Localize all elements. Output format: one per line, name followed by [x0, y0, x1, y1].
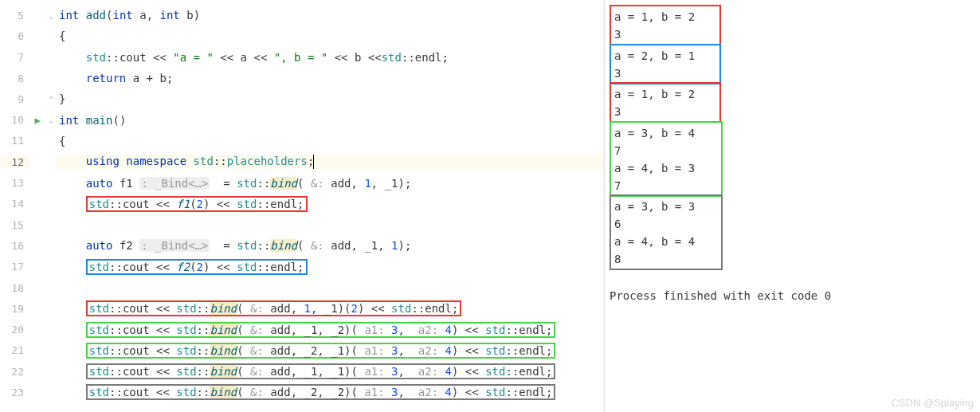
code-line[interactable]: 12 using namespace std::placeholders;	[0, 151, 603, 172]
output-pane: a = 1, b = 2 3a = 2, b = 1 3a = 1, b = 2…	[606, 0, 980, 412]
line-number[interactable]: 6	[0, 30, 29, 42]
code-text[interactable]: auto f1 : _Bind<…> = std::bind( &: add, …	[56, 177, 603, 190]
output-group: a = 2, b = 1 3	[610, 44, 721, 84]
code-line[interactable]: 16 auto f2 : _Bind<…> = std::bind( &: ad…	[0, 235, 603, 256]
code-editor[interactable]: 5⌄int add(int a, int b)6{7 std::cout << …	[0, 0, 603, 412]
line-number[interactable]: 12	[0, 156, 29, 168]
code-text[interactable]: std::cout << f1(2) << std::endl;	[56, 196, 603, 212]
output-group: a = 3, b = 3 6 a = 4, b = 4 8	[610, 194, 723, 270]
line-number[interactable]: 17	[0, 261, 29, 273]
line-number[interactable]: 7	[0, 51, 29, 63]
output-group: a = 1, b = 2 3	[610, 5, 721, 45]
line-number[interactable]: 9	[0, 93, 29, 105]
run-icon[interactable]: ▶	[34, 115, 40, 126]
code-line[interactable]: 18	[0, 277, 603, 298]
code-text[interactable]: using namespace std::placeholders;	[56, 155, 603, 169]
line-number[interactable]: 19	[0, 303, 29, 315]
code-line[interactable]: 6{	[0, 26, 603, 46]
code-text[interactable]: int add(int a, int b)	[56, 9, 603, 22]
line-number[interactable]: 15	[0, 219, 29, 231]
code-line[interactable]: 17 std::cout << f2(2) << std::endl;	[0, 257, 603, 277]
fold-icon[interactable]: ⌄	[46, 116, 56, 124]
code-line[interactable]: 9⌃}	[0, 88, 603, 109]
code-line[interactable]: 19 std::cout << std::bind( &: add, 1, _1…	[0, 298, 603, 319]
code-text[interactable]: {	[56, 135, 603, 147]
fold-icon[interactable]: ⌃	[46, 95, 56, 104]
code-line[interactable]: 22 std::cout << std::bind( &: add, _1, _…	[0, 361, 603, 382]
line-number[interactable]: 23	[0, 386, 29, 398]
code-text[interactable]: std::cout << std::bind( &: add, _1, _1)(…	[56, 363, 603, 379]
line-number[interactable]: 10	[0, 114, 29, 126]
code-line[interactable]: 13 auto f1 : _Bind<…> = std::bind( &: ad…	[0, 172, 603, 193]
fold-icon[interactable]: ⌄	[46, 11, 56, 20]
code-line[interactable]: 14 std::cout << f1(2) << std::endl;	[0, 194, 603, 214]
code-line[interactable]: 15	[0, 214, 603, 235]
code-text[interactable]: int main()	[56, 114, 603, 127]
code-text[interactable]: std::cout << std::bind( &: add, _1, _2)(…	[56, 322, 603, 338]
output-group: a = 3, b = 4 7 a = 4, b = 3 7	[610, 121, 723, 197]
line-number[interactable]: 21	[0, 344, 29, 356]
code-text[interactable]: std::cout << f2(2) << std::endl;	[56, 259, 603, 275]
code-line[interactable]: 23 std::cout << std::bind( &: add, _2, _…	[0, 382, 603, 402]
line-number[interactable]: 11	[0, 135, 29, 147]
line-number[interactable]: 8	[0, 73, 29, 84]
process-exit-text: Process finished with exit code 0	[610, 289, 980, 302]
gutter-icon[interactable]: ▶	[29, 115, 46, 126]
code-text[interactable]: std::cout << std::bind( &: add, _2, _2)(…	[56, 384, 603, 400]
code-text[interactable]: auto f2 : _Bind<…> = std::bind( &: add, …	[56, 239, 603, 252]
code-line[interactable]: 11{	[0, 131, 603, 151]
line-number[interactable]: 13	[0, 177, 29, 189]
line-number[interactable]: 16	[0, 240, 29, 252]
watermark: CSDN @Splaying	[891, 397, 974, 409]
code-text[interactable]: std::cout << std::bind( &: add, _2, _1)(…	[56, 343, 603, 359]
line-number[interactable]: 14	[0, 198, 29, 210]
code-text[interactable]: std::cout << std::bind( &: add, 1, _1)(2…	[56, 300, 603, 316]
code-line[interactable]: 8 return a + b;	[0, 68, 603, 88]
code-text[interactable]: {	[56, 29, 603, 42]
code-line[interactable]: 10▶⌄int main()	[0, 109, 603, 130]
code-line[interactable]: 5⌄int add(int a, int b)	[0, 5, 603, 26]
code-line[interactable]: 21 std::cout << std::bind( &: add, _2, _…	[0, 340, 603, 361]
code-line[interactable]: 7 std::cout << "a = " << a << ", b = " <…	[0, 47, 603, 68]
code-line[interactable]: 20 std::cout << std::bind( &: add, _1, _…	[0, 319, 603, 339]
line-number[interactable]: 20	[0, 324, 29, 335]
output-group: a = 1, b = 2 3	[610, 82, 721, 123]
code-text[interactable]: }	[56, 92, 603, 105]
line-number[interactable]: 5	[0, 10, 29, 22]
line-number[interactable]: 22	[0, 366, 29, 378]
code-text[interactable]: std::cout << "a = " << a << ", b = " << …	[56, 51, 603, 64]
line-number[interactable]: 18	[0, 282, 29, 294]
code-text[interactable]: return a + b;	[56, 72, 603, 84]
